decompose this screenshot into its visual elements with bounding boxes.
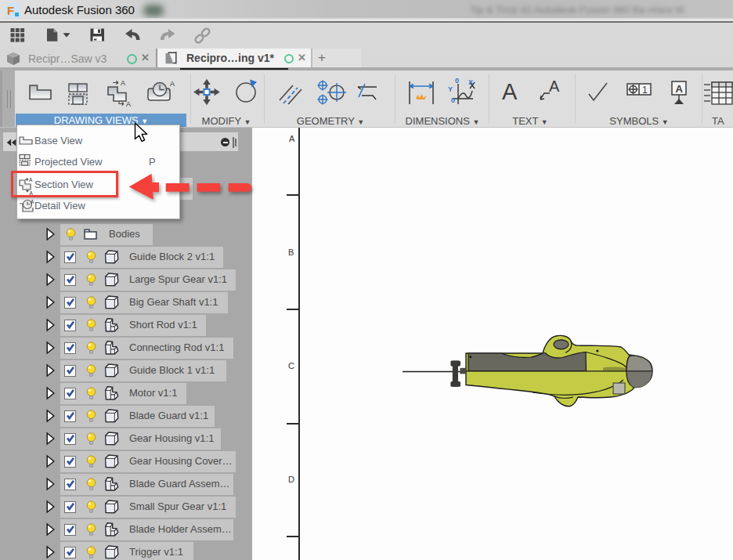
svg-text:0: 0 — [455, 77, 459, 85]
svg-text:1: 1 — [642, 85, 648, 96]
svg-text:0: 0 — [451, 96, 455, 104]
svg-text:A: A — [121, 79, 125, 87]
svg-text:A: A — [170, 80, 175, 88]
svg-text:A: A — [502, 79, 518, 104]
svg-text:A: A — [549, 78, 560, 95]
svg-text:A: A — [126, 100, 131, 108]
svg-text:A: A — [31, 199, 34, 204]
svg-text:Y: Y — [448, 85, 453, 93]
svg-text:X: X — [468, 78, 473, 86]
svg-text:A: A — [676, 83, 684, 95]
